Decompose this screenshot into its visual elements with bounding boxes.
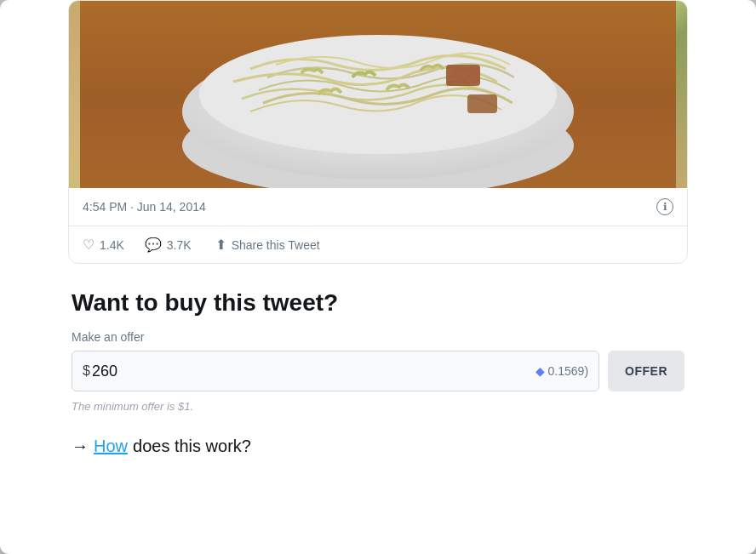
tweet-image	[69, 1, 687, 188]
comments-count: 3.7K	[167, 238, 192, 252]
share-icon: ⬆	[215, 237, 226, 253]
comment-action[interactable]: 💬 3.7K	[145, 237, 192, 253]
buy-title: Want to buy this tweet?	[72, 289, 684, 317]
svg-rect-7	[467, 94, 497, 113]
window-frame: 4:54 PM · Jun 14, 2014 ℹ ♡ 1.4K 💬 3.7K ⬆…	[0, 0, 756, 554]
tweet-metadata-row: 4:54 PM · Jun 14, 2014 ℹ	[69, 188, 687, 226]
offer-input-row: $ ◆ 0.1569) OFFER	[72, 351, 684, 391]
buy-section: Want to buy this tweet? Make an offer $ …	[68, 289, 688, 456]
info-icon[interactable]: ℹ	[656, 198, 673, 215]
offer-input-container[interactable]: $ ◆ 0.1569)	[72, 351, 599, 391]
eth-value-display: ◆ 0.1569)	[536, 364, 588, 378]
tweet-card: 4:54 PM · Jun 14, 2014 ℹ ♡ 1.4K 💬 3.7K ⬆…	[68, 0, 688, 264]
offer-button[interactable]: OFFER	[608, 351, 684, 391]
tweet-timestamp: 4:54 PM · Jun 14, 2014	[83, 200, 206, 214]
how-link[interactable]: How	[94, 437, 128, 456]
tweet-actions-bar: ♡ 1.4K 💬 3.7K ⬆ Share this Tweet	[69, 226, 687, 263]
svg-rect-6	[450, 66, 480, 83]
how-section: → How does this work?	[72, 437, 684, 456]
how-arrow: →	[72, 437, 89, 456]
heart-icon: ♡	[83, 237, 94, 253]
eth-amount: 0.1569)	[548, 364, 588, 378]
make-offer-label: Make an offer	[72, 330, 684, 344]
offer-amount-input[interactable]	[92, 363, 536, 380]
comment-icon: 💬	[145, 237, 162, 253]
eth-icon: ◆	[536, 364, 545, 378]
share-action[interactable]: ⬆ Share this Tweet	[215, 237, 320, 253]
like-action[interactable]: ♡ 1.4K	[83, 237, 124, 253]
dollar-sign: $	[83, 363, 90, 379]
minimum-offer-text: The minimum offer is $1.	[72, 400, 684, 413]
how-rest-text: does this work?	[133, 437, 251, 456]
content-area: 4:54 PM · Jun 14, 2014 ℹ ♡ 1.4K 💬 3.7K ⬆…	[0, 0, 756, 490]
food-image-svg	[69, 1, 687, 188]
share-label: Share this Tweet	[232, 238, 320, 252]
likes-count: 1.4K	[100, 238, 124, 252]
